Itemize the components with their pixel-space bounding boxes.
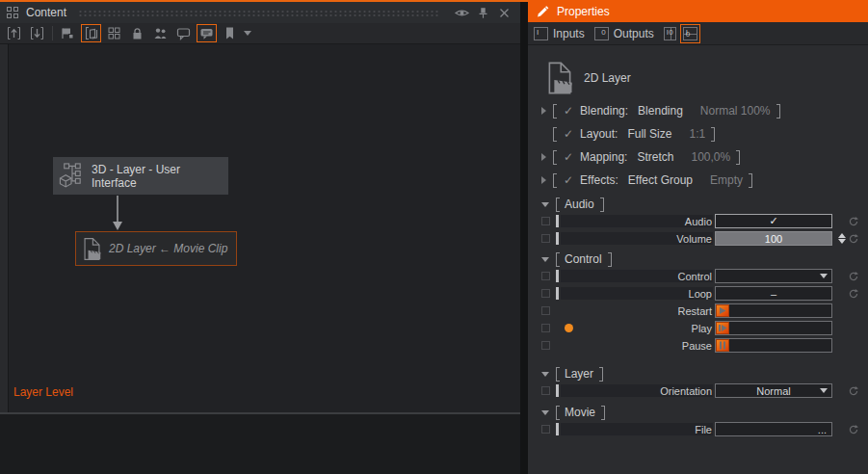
bookmark-dropdown-caret[interactable] (244, 31, 251, 36)
restart-button[interactable] (715, 303, 832, 318)
properties-title: Properties (557, 5, 610, 18)
bottom-void (0, 414, 520, 474)
play-icon (716, 322, 729, 334)
spinner-arrows[interactable] (838, 233, 846, 244)
lock-icon[interactable] (127, 24, 147, 42)
node-3d-layer-user-interface[interactable]: 3D - Layer - User Interface (53, 157, 228, 195)
active-indicator-dot (565, 324, 573, 332)
node-label: 2D Layer ← Movie Clip (109, 242, 227, 255)
users-icon[interactable] (150, 24, 171, 42)
prop-row-pause: Pause (539, 337, 859, 354)
pin-icon[interactable] (472, 4, 493, 21)
enabled-check[interactable]: ✓ (564, 104, 573, 118)
enabled-check[interactable]: ✓ (564, 150, 573, 164)
bind-checkbox[interactable] (541, 217, 550, 225)
accent-strip (0, 0, 528, 2)
group-header-control[interactable]: Control (539, 250, 859, 268)
label-strip: Audio (561, 215, 713, 227)
prop-row-loop: Loop – (539, 285, 859, 302)
outputs-icon[interactable]: 0 (594, 27, 609, 40)
bind-checkbox[interactable] (541, 324, 550, 332)
node-2d-layer-movie-clip[interactable]: 2D Layer ← Movie Clip (75, 231, 237, 266)
export-up-icon[interactable] (4, 24, 24, 42)
enabled-check[interactable]: ✓ (564, 173, 573, 187)
bracket-close (736, 150, 740, 165)
bracket-open (556, 198, 560, 212)
pencil-icon (536, 5, 549, 18)
reset-icon[interactable] (848, 288, 859, 300)
expand-icon[interactable] (541, 176, 553, 184)
enabled-check[interactable]: ✓ (564, 127, 573, 141)
control-dropdown[interactable] (715, 269, 832, 283)
bind-checkbox[interactable] (541, 272, 550, 280)
bracket-open (553, 104, 557, 118)
dropdown-arrow (820, 274, 828, 278)
expand-icon[interactable] (541, 107, 553, 115)
eye-icon[interactable] (451, 4, 472, 21)
bracket-open (556, 367, 560, 382)
loop-value-field[interactable]: – (715, 286, 832, 301)
flag-marker-icon[interactable] (58, 24, 78, 42)
collapse-icon[interactable] (541, 372, 549, 377)
volume-slider-field[interactable]: 100 (715, 231, 832, 246)
group-header-audio[interactable]: Audio (539, 196, 859, 213)
group-header-layer[interactable]: Layer (539, 365, 859, 382)
collapse-icon[interactable] (541, 410, 549, 415)
expand-icon[interactable] (541, 153, 553, 161)
summary-row-layout[interactable]: ✓ Layout: Full Size 1:1 (539, 122, 859, 145)
import-down-icon[interactable] (27, 24, 47, 42)
bind-checkbox[interactable] (541, 234, 550, 243)
restart-icon (716, 304, 729, 317)
collapse-icon[interactable] (541, 257, 549, 262)
bracket-close (601, 406, 605, 420)
properties-panel: Properties I Inputs 0 Outputs I0 I0 2D L… (528, 0, 868, 474)
keyframe-bar (556, 287, 559, 300)
inputs-icon[interactable]: I (534, 27, 548, 40)
label-strip: Loop (561, 287, 713, 300)
inputs-label[interactable]: Inputs (553, 27, 585, 40)
grid-icon[interactable] (104, 24, 124, 42)
comment-icon[interactable] (173, 24, 194, 42)
io-side-by-side-icon[interactable]: I0 (664, 27, 676, 40)
properties-header: Properties (528, 0, 868, 22)
reset-icon[interactable] (848, 233, 859, 245)
scene-tree-icon (58, 162, 86, 190)
orientation-dropdown[interactable]: Normal (715, 383, 832, 398)
io-stacked-icon-selected[interactable]: I0 (680, 24, 700, 43)
bind-checkbox[interactable] (541, 306, 550, 315)
summary-row-effects[interactable]: ✓ Effects: Effect Group Empty (539, 169, 859, 192)
reset-icon[interactable] (848, 424, 859, 435)
bracket-close (711, 127, 715, 142)
toolbar-separator (52, 26, 53, 40)
play-button[interactable] (715, 321, 832, 335)
comment-filled-icon-selected[interactable] (197, 24, 217, 42)
prop-row-orientation: Orientation Normal (539, 382, 859, 399)
outputs-label[interactable]: Outputs (614, 27, 654, 40)
summary-row-mapping[interactable]: ✓ Mapping: Stretch 100,0% (539, 145, 859, 169)
node-canvas[interactable]: 3D - Layer - User Interface 2D Layer ← M… (0, 44, 520, 414)
canvas-gutter (0, 44, 9, 412)
file-browse-field[interactable]: ... (715, 422, 832, 436)
panel-divider[interactable] (520, 0, 528, 474)
pause-icon (716, 339, 729, 352)
group-header-movie[interactable]: Movie (539, 404, 859, 421)
close-icon[interactable] (493, 4, 514, 21)
reset-icon[interactable] (848, 271, 859, 282)
bookmark-icon[interactable] (220, 24, 240, 42)
summary-row-blending[interactable]: ✓ Blending: Blending Normal 100% (539, 99, 859, 122)
bind-checkbox[interactable] (541, 425, 550, 434)
bind-checkbox[interactable] (541, 341, 550, 350)
properties-body: 2D Layer ✓ Blending: Blending Normal 100… (528, 59, 868, 437)
audio-toggle-field[interactable]: ✓ (715, 214, 832, 228)
prop-row-file: File ... (539, 421, 859, 437)
bind-checkbox[interactable] (541, 386, 550, 395)
reset-icon[interactable] (848, 216, 859, 227)
keyframe-bar (556, 232, 559, 245)
collapse-icon[interactable] (541, 202, 549, 207)
layers-icon-selected[interactable] (81, 24, 101, 42)
bind-checkbox[interactable] (541, 289, 550, 298)
pause-button[interactable] (715, 338, 832, 353)
layer-level-status: Layer Level (13, 385, 73, 399)
panel-title: Content (26, 6, 66, 19)
reset-icon[interactable] (848, 385, 859, 397)
